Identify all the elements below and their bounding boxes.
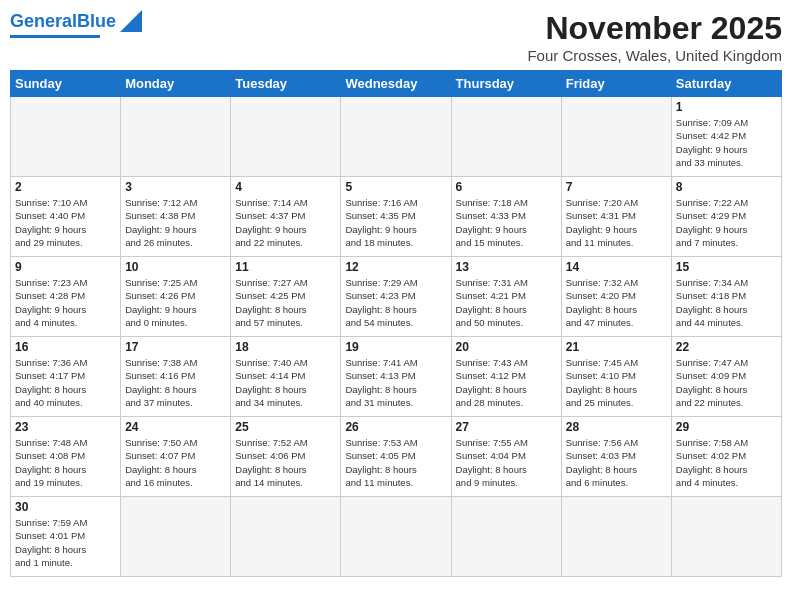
calendar-cell — [561, 97, 671, 177]
calendar-cell: 30Sunrise: 7:59 AM Sunset: 4:01 PM Dayli… — [11, 497, 121, 577]
calendar-cell: 4Sunrise: 7:14 AM Sunset: 4:37 PM Daylig… — [231, 177, 341, 257]
day-info: Sunrise: 7:22 AM Sunset: 4:29 PM Dayligh… — [676, 196, 777, 249]
header-monday: Monday — [121, 71, 231, 97]
day-info: Sunrise: 7:36 AM Sunset: 4:17 PM Dayligh… — [15, 356, 116, 409]
header-sunday: Sunday — [11, 71, 121, 97]
day-number: 23 — [15, 420, 116, 434]
day-number: 16 — [15, 340, 116, 354]
day-number: 19 — [345, 340, 446, 354]
day-info: Sunrise: 7:29 AM Sunset: 4:23 PM Dayligh… — [345, 276, 446, 329]
calendar-week-row: 16Sunrise: 7:36 AM Sunset: 4:17 PM Dayli… — [11, 337, 782, 417]
calendar-cell: 6Sunrise: 7:18 AM Sunset: 4:33 PM Daylig… — [451, 177, 561, 257]
calendar-cell — [341, 497, 451, 577]
calendar-cell: 18Sunrise: 7:40 AM Sunset: 4:14 PM Dayli… — [231, 337, 341, 417]
day-number: 21 — [566, 340, 667, 354]
day-info: Sunrise: 7:53 AM Sunset: 4:05 PM Dayligh… — [345, 436, 446, 489]
day-info: Sunrise: 7:27 AM Sunset: 4:25 PM Dayligh… — [235, 276, 336, 329]
calendar-cell: 5Sunrise: 7:16 AM Sunset: 4:35 PM Daylig… — [341, 177, 451, 257]
calendar-cell: 11Sunrise: 7:27 AM Sunset: 4:25 PM Dayli… — [231, 257, 341, 337]
logo: GeneralBlue — [10, 10, 142, 38]
calendar-cell — [341, 97, 451, 177]
day-info: Sunrise: 7:55 AM Sunset: 4:04 PM Dayligh… — [456, 436, 557, 489]
calendar-cell: 29Sunrise: 7:58 AM Sunset: 4:02 PM Dayli… — [671, 417, 781, 497]
day-number: 24 — [125, 420, 226, 434]
calendar-cell: 7Sunrise: 7:20 AM Sunset: 4:31 PM Daylig… — [561, 177, 671, 257]
calendar-cell: 16Sunrise: 7:36 AM Sunset: 4:17 PM Dayli… — [11, 337, 121, 417]
day-info: Sunrise: 7:14 AM Sunset: 4:37 PM Dayligh… — [235, 196, 336, 249]
day-number: 5 — [345, 180, 446, 194]
day-info: Sunrise: 7:40 AM Sunset: 4:14 PM Dayligh… — [235, 356, 336, 409]
day-info: Sunrise: 7:34 AM Sunset: 4:18 PM Dayligh… — [676, 276, 777, 329]
calendar-cell: 15Sunrise: 7:34 AM Sunset: 4:18 PM Dayli… — [671, 257, 781, 337]
day-number: 22 — [676, 340, 777, 354]
day-info: Sunrise: 7:59 AM Sunset: 4:01 PM Dayligh… — [15, 516, 116, 569]
calendar-cell: 17Sunrise: 7:38 AM Sunset: 4:16 PM Dayli… — [121, 337, 231, 417]
calendar-cell — [121, 97, 231, 177]
day-number: 17 — [125, 340, 226, 354]
calendar-cell: 10Sunrise: 7:25 AM Sunset: 4:26 PM Dayli… — [121, 257, 231, 337]
day-number: 6 — [456, 180, 557, 194]
calendar-cell: 28Sunrise: 7:56 AM Sunset: 4:03 PM Dayli… — [561, 417, 671, 497]
day-number: 15 — [676, 260, 777, 274]
header-wednesday: Wednesday — [341, 71, 451, 97]
location-title: Four Crosses, Wales, United Kingdom — [527, 47, 782, 64]
calendar-cell: 20Sunrise: 7:43 AM Sunset: 4:12 PM Dayli… — [451, 337, 561, 417]
calendar-cell: 9Sunrise: 7:23 AM Sunset: 4:28 PM Daylig… — [11, 257, 121, 337]
svg-marker-0 — [120, 10, 142, 32]
calendar-cell: 21Sunrise: 7:45 AM Sunset: 4:10 PM Dayli… — [561, 337, 671, 417]
day-number: 28 — [566, 420, 667, 434]
calendar-cell: 2Sunrise: 7:10 AM Sunset: 4:40 PM Daylig… — [11, 177, 121, 257]
day-number: 25 — [235, 420, 336, 434]
calendar-cell: 27Sunrise: 7:55 AM Sunset: 4:04 PM Dayli… — [451, 417, 561, 497]
calendar-cell: 1Sunrise: 7:09 AM Sunset: 4:42 PM Daylig… — [671, 97, 781, 177]
day-info: Sunrise: 7:23 AM Sunset: 4:28 PM Dayligh… — [15, 276, 116, 329]
day-info: Sunrise: 7:16 AM Sunset: 4:35 PM Dayligh… — [345, 196, 446, 249]
day-info: Sunrise: 7:09 AM Sunset: 4:42 PM Dayligh… — [676, 116, 777, 169]
calendar-week-row: 23Sunrise: 7:48 AM Sunset: 4:08 PM Dayli… — [11, 417, 782, 497]
day-number: 9 — [15, 260, 116, 274]
day-info: Sunrise: 7:43 AM Sunset: 4:12 PM Dayligh… — [456, 356, 557, 409]
day-number: 26 — [345, 420, 446, 434]
calendar-cell: 23Sunrise: 7:48 AM Sunset: 4:08 PM Dayli… — [11, 417, 121, 497]
calendar-cell: 22Sunrise: 7:47 AM Sunset: 4:09 PM Dayli… — [671, 337, 781, 417]
day-number: 29 — [676, 420, 777, 434]
day-info: Sunrise: 7:10 AM Sunset: 4:40 PM Dayligh… — [15, 196, 116, 249]
day-number: 8 — [676, 180, 777, 194]
calendar-cell: 13Sunrise: 7:31 AM Sunset: 4:21 PM Dayli… — [451, 257, 561, 337]
day-info: Sunrise: 7:50 AM Sunset: 4:07 PM Dayligh… — [125, 436, 226, 489]
calendar-cell: 14Sunrise: 7:32 AM Sunset: 4:20 PM Dayli… — [561, 257, 671, 337]
day-number: 1 — [676, 100, 777, 114]
calendar-week-row: 1Sunrise: 7:09 AM Sunset: 4:42 PM Daylig… — [11, 97, 782, 177]
calendar-cell — [671, 497, 781, 577]
day-info: Sunrise: 7:56 AM Sunset: 4:03 PM Dayligh… — [566, 436, 667, 489]
calendar-cell: 25Sunrise: 7:52 AM Sunset: 4:06 PM Dayli… — [231, 417, 341, 497]
day-number: 10 — [125, 260, 226, 274]
day-info: Sunrise: 7:20 AM Sunset: 4:31 PM Dayligh… — [566, 196, 667, 249]
day-number: 14 — [566, 260, 667, 274]
logo-text: GeneralBlue — [10, 11, 116, 32]
calendar-cell: 12Sunrise: 7:29 AM Sunset: 4:23 PM Dayli… — [341, 257, 451, 337]
calendar-cell: 24Sunrise: 7:50 AM Sunset: 4:07 PM Dayli… — [121, 417, 231, 497]
day-info: Sunrise: 7:38 AM Sunset: 4:16 PM Dayligh… — [125, 356, 226, 409]
calendar-cell — [121, 497, 231, 577]
calendar-cell: 26Sunrise: 7:53 AM Sunset: 4:05 PM Dayli… — [341, 417, 451, 497]
logo-underline — [10, 35, 100, 38]
calendar-header-row: SundayMondayTuesdayWednesdayThursdayFrid… — [11, 71, 782, 97]
header-thursday: Thursday — [451, 71, 561, 97]
day-number: 3 — [125, 180, 226, 194]
day-info: Sunrise: 7:48 AM Sunset: 4:08 PM Dayligh… — [15, 436, 116, 489]
day-info: Sunrise: 7:18 AM Sunset: 4:33 PM Dayligh… — [456, 196, 557, 249]
day-number: 30 — [15, 500, 116, 514]
header-friday: Friday — [561, 71, 671, 97]
logo-triangle-icon — [120, 10, 142, 32]
day-number: 20 — [456, 340, 557, 354]
logo-general: General — [10, 11, 77, 31]
calendar-cell: 3Sunrise: 7:12 AM Sunset: 4:38 PM Daylig… — [121, 177, 231, 257]
day-number: 27 — [456, 420, 557, 434]
day-info: Sunrise: 7:12 AM Sunset: 4:38 PM Dayligh… — [125, 196, 226, 249]
header-tuesday: Tuesday — [231, 71, 341, 97]
calendar-cell — [451, 497, 561, 577]
day-info: Sunrise: 7:31 AM Sunset: 4:21 PM Dayligh… — [456, 276, 557, 329]
day-number: 2 — [15, 180, 116, 194]
header-saturday: Saturday — [671, 71, 781, 97]
